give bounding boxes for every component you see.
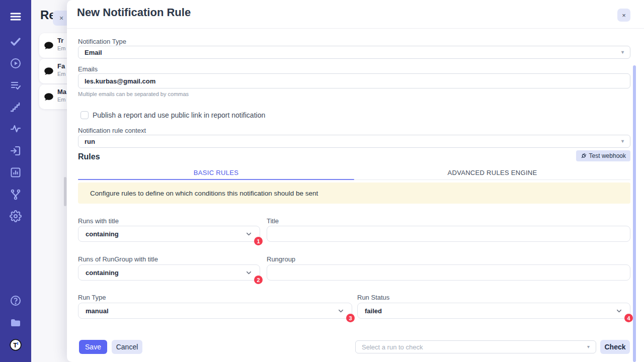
rules-info-banner: Configure rules to define on which condi… (78, 183, 630, 204)
gear-icon[interactable] (10, 210, 22, 222)
runs-of-rungroup-value: containing (86, 269, 119, 277)
rules-heading: Rules (78, 152, 100, 161)
context-value: run (85, 138, 95, 145)
list-check-icon[interactable] (10, 79, 22, 92)
title-input[interactable] (267, 226, 630, 242)
publish-checkbox[interactable] (80, 111, 89, 119)
runs-of-rungroup-select[interactable]: containing 2 (78, 264, 260, 281)
save-button[interactable]: Save (79, 340, 107, 354)
check-icon[interactable] (10, 36, 22, 48)
emails-helper-text: Multiple emails can be separated by comm… (78, 91, 189, 97)
notification-type-select[interactable]: Email ▾ (78, 46, 630, 59)
chat-bubble-icon (43, 40, 54, 51)
emails-label: Emails (78, 65, 98, 73)
screen: T Re × Tr Em Fa Em Ma Em New Notificatio… (0, 0, 644, 362)
run-type-select[interactable]: manual 3 (78, 303, 352, 319)
rungroup-label: Rungroup (267, 255, 295, 263)
cancel-button[interactable]: Cancel (112, 340, 142, 354)
sign-in-icon[interactable] (10, 145, 22, 157)
select-run-placeholder: Select a run to check (362, 343, 423, 351)
chevron-down-icon (615, 307, 623, 315)
chevron-down-icon (245, 269, 253, 277)
header-divider (67, 28, 644, 29)
folder-icon[interactable] (10, 317, 22, 329)
test-webhook-label: Test webhook (589, 152, 626, 159)
dropdown-arrow-icon: ▾ (621, 50, 624, 55)
modal-title: New Notification Rule (77, 6, 191, 19)
rules-tabs: BASIC RULES ADVANCED RULES ENGINE (78, 166, 630, 180)
runs-with-title-value: containing (86, 230, 119, 238)
publish-checkbox-label: Publish a report and use public link in … (93, 111, 265, 119)
logo[interactable]: T (8, 337, 23, 352)
modal-close-button[interactable]: × (617, 9, 630, 22)
sidebar: T (0, 0, 31, 362)
title-label: Title (267, 217, 279, 225)
context-select[interactable]: run ▾ (78, 135, 630, 148)
emails-input[interactable] (78, 73, 630, 88)
rule-badge-2: 2 (254, 276, 263, 284)
rule-badge-1: 1 (254, 237, 263, 245)
tab-advanced-rules-engine[interactable]: ADVANCED RULES ENGINE (354, 166, 630, 179)
play-circle-icon[interactable] (10, 57, 22, 69)
branch-icon[interactable] (10, 189, 22, 201)
run-status-select[interactable]: failed 4 (357, 303, 630, 319)
modal-scrollbar-thumb[interactable] (633, 65, 636, 362)
notification-type-value: Email (85, 49, 102, 56)
menu-icon[interactable] (10, 11, 22, 23)
help-icon[interactable] (10, 295, 22, 307)
run-status-value: failed (365, 307, 382, 315)
chevron-down-icon (245, 230, 253, 238)
chevron-down-icon (337, 307, 345, 315)
runs-with-title-label: Runs with title (78, 217, 119, 225)
publish-report-checkbox-row[interactable]: Publish a report and use public link in … (80, 111, 265, 119)
stairs-icon[interactable] (10, 101, 22, 113)
dropdown-arrow-icon: ▾ (621, 139, 624, 144)
plug-icon (579, 152, 588, 160)
run-status-label: Run Status (357, 294, 389, 301)
dropdown-arrow-icon: ▾ (587, 344, 590, 349)
bar-chart-icon[interactable] (10, 166, 22, 178)
new-notification-rule-modal: New Notification Rule × Notification Typ… (67, 0, 644, 362)
svg-text:T: T (13, 341, 17, 349)
rungroup-input[interactable] (267, 264, 630, 281)
activity-icon[interactable] (10, 123, 22, 135)
rule-badge-4: 4 (624, 314, 633, 322)
panel-scrollbar-thumb[interactable] (64, 177, 66, 206)
rule-badge-3: 3 (346, 314, 355, 322)
context-label: Notification rule context (78, 127, 146, 134)
tab-basic-rules[interactable]: BASIC RULES (78, 166, 354, 179)
select-run-to-check[interactable]: Select a run to check ▾ (355, 340, 596, 353)
run-type-label: Run Type (78, 294, 106, 301)
test-webhook-button[interactable]: Test webhook (576, 150, 630, 161)
chat-bubble-icon (43, 92, 54, 103)
close-icon: × (622, 12, 626, 19)
check-button[interactable]: Check (600, 340, 630, 354)
runs-of-rungroup-label: Runs of RunGroup with title (78, 255, 158, 263)
chat-bubble-icon (43, 66, 54, 77)
notification-type-label: Notification Type (78, 38, 126, 45)
runs-with-title-select[interactable]: containing 1 (78, 226, 260, 242)
run-type-value: manual (86, 307, 109, 315)
close-icon: × (59, 14, 63, 22)
